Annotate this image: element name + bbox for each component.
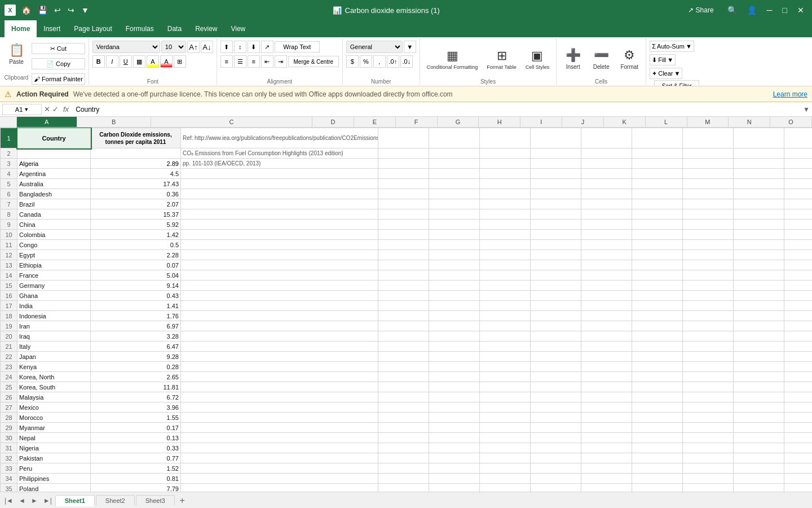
cell-row23-col11[interactable] (734, 362, 784, 372)
col-header-k[interactable]: K (604, 117, 646, 127)
cell-row5-col10[interactable] (683, 179, 734, 189)
cell-row15-col7[interactable] (531, 281, 581, 291)
tab-page-layout[interactable]: Page Layout (67, 20, 118, 37)
learn-more-link[interactable]: Learn more (773, 90, 807, 98)
orientation-button[interactable]: ↗ (261, 41, 273, 53)
cell-row16-col11[interactable] (734, 291, 784, 301)
cell-row31-col12[interactable] (784, 443, 813, 453)
cell-row30-col5[interactable] (429, 433, 480, 443)
cell-row22-col8[interactable] (581, 352, 632, 362)
cell-row8-col3[interactable] (181, 209, 378, 220)
cell-row4-col10[interactable] (683, 169, 734, 179)
cell-row10-col5[interactable] (429, 230, 480, 240)
cell-row8-col8[interactable] (581, 209, 632, 220)
cell-row32-col8[interactable] (581, 453, 632, 463)
cell-row29-col12[interactable] (784, 423, 813, 433)
cell-row35-col7[interactable] (531, 484, 581, 492)
align-top-button[interactable]: ⬆ (220, 41, 233, 53)
cell-row6-col11[interactable] (734, 189, 784, 199)
row-num-22[interactable]: 22 (1, 352, 17, 362)
cell-row23-col4[interactable] (378, 362, 429, 372)
cell-row23-col5[interactable] (429, 362, 480, 372)
cell-row28-col9[interactable] (632, 413, 683, 423)
cell-row24-col3[interactable] (181, 372, 378, 382)
number-format-dropdown[interactable]: ▼ (404, 41, 416, 53)
cell-row20-col8[interactable] (581, 331, 632, 341)
cell-b30[interactable]: 0.13 (91, 433, 181, 443)
cell-b23[interactable]: 0.28 (91, 362, 181, 372)
tab-review[interactable]: Review (188, 20, 224, 37)
cell-row29-col6[interactable] (480, 423, 531, 433)
row-num-30[interactable]: 30 (1, 433, 17, 443)
tab-insert[interactable]: Insert (37, 20, 67, 37)
cell-row2-extra-4[interactable] (581, 148, 632, 159)
cell-row14-col8[interactable] (581, 270, 632, 281)
sort-filter-button[interactable]: Sort & Filter (654, 80, 699, 86)
cell-row3-extra-4[interactable] (581, 159, 632, 169)
cell-row20-col9[interactable] (632, 331, 683, 341)
cell-row11-col6[interactable] (480, 240, 531, 250)
cell-row30-col7[interactable] (531, 433, 581, 443)
align-bottom-button[interactable]: ⬇ (248, 41, 260, 53)
col-header-a[interactable]: A (17, 117, 77, 127)
cell-row14-col10[interactable] (683, 270, 734, 281)
cell-row5-col3[interactable] (181, 179, 378, 189)
cell-row1-extra-8[interactable] (784, 128, 813, 148)
cell-row31-col3[interactable] (181, 443, 378, 453)
cell-row21-col5[interactable] (429, 341, 480, 352)
cell-row17-col6[interactable] (480, 301, 531, 311)
cell-row18-col6[interactable] (480, 311, 531, 321)
cell-row30-col9[interactable] (632, 433, 683, 443)
row-num-15[interactable]: 15 (1, 281, 17, 291)
cell-styles-button[interactable]: ▣ Cell Styles (522, 46, 553, 72)
cell-row31-col9[interactable] (632, 443, 683, 453)
cell-row8-col9[interactable] (632, 209, 683, 220)
cell-row34-col3[interactable] (181, 474, 378, 484)
cell-row25-col6[interactable] (480, 382, 531, 392)
cell-row27-col5[interactable] (429, 402, 480, 413)
format-painter-button[interactable]: 🖌 Format Painter (32, 73, 85, 85)
cell-row5-col8[interactable] (581, 179, 632, 189)
row-num-13[interactable]: 13 (1, 260, 17, 270)
cell-row30-col4[interactable] (378, 433, 429, 443)
cell-row26-col11[interactable] (734, 392, 784, 402)
auto-sum-button[interactable]: Σ Auto-Sum ▼ (650, 41, 694, 52)
cell-row32-col7[interactable] (531, 453, 581, 463)
cell-a23[interactable]: Kenya (17, 362, 91, 372)
delete-cells-button[interactable]: ➖ Delete (588, 46, 614, 72)
cell-row1-extra-5[interactable] (632, 128, 683, 148)
cell-row27-col8[interactable] (581, 402, 632, 413)
cell-row11-col4[interactable] (378, 240, 429, 250)
cell-row3-extra-3[interactable] (531, 159, 581, 169)
cell-a31[interactable]: Nigeria (17, 443, 91, 453)
cell-row12-col5[interactable] (429, 250, 480, 260)
cell-row2-extra-7[interactable] (734, 148, 784, 159)
cell-row25-col8[interactable] (581, 382, 632, 392)
cell-row18-col4[interactable] (378, 311, 429, 321)
cell-b14[interactable]: 5.04 (91, 270, 181, 281)
cell-row16-col5[interactable] (429, 291, 480, 301)
col-header-h[interactable]: H (479, 117, 520, 127)
cell-row8-col12[interactable] (784, 209, 813, 220)
cell-row12-col10[interactable] (683, 250, 734, 260)
cell-b25[interactable]: 11.81 (91, 382, 181, 392)
account-button[interactable]: 👤 (744, 5, 760, 16)
cell-a32[interactable]: Pakistan (17, 453, 91, 463)
cell-row2-extra-1[interactable] (429, 148, 480, 159)
cell-row10-col7[interactable] (531, 230, 581, 240)
cell-c1[interactable]: Ref: http://www.iea.org/publications/fre… (181, 128, 378, 148)
cell-row25-col10[interactable] (683, 382, 734, 392)
cell-row16-col4[interactable] (378, 291, 429, 301)
cell-row24-col6[interactable] (480, 372, 531, 382)
row-num-1[interactable]: 1 (1, 128, 17, 148)
cell-row19-col7[interactable] (531, 321, 581, 331)
fill-color-button[interactable]: A (147, 55, 159, 68)
cell-row10-col11[interactable] (734, 230, 784, 240)
close-button[interactable]: ✕ (794, 5, 807, 16)
decrease-indent-button[interactable]: ⇤ (261, 55, 273, 68)
cell-row31-col11[interactable] (734, 443, 784, 453)
cell-row31-col10[interactable] (683, 443, 734, 453)
cell-row22-col10[interactable] (683, 352, 734, 362)
cell-row17-col8[interactable] (581, 301, 632, 311)
cell-row21-col10[interactable] (683, 341, 734, 352)
